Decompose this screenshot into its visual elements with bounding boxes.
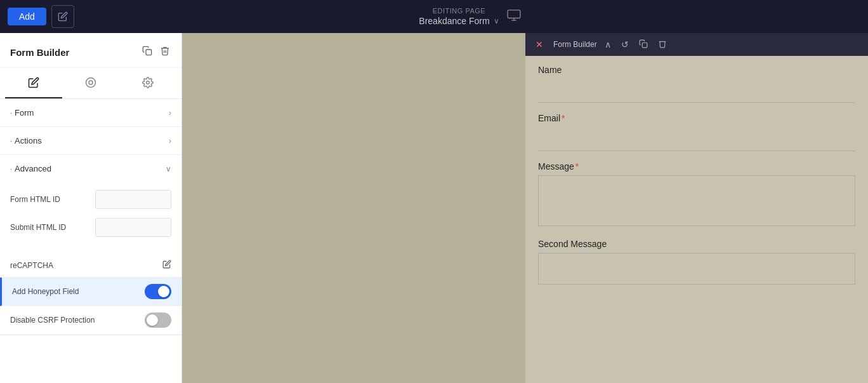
form-preview-panel: ✕ Form Builder ∧ ↺ Name: [525, 33, 868, 383]
svg-point-6: [147, 81, 150, 84]
desktop-icon[interactable]: [507, 10, 521, 24]
fb-copy-button[interactable]: [636, 38, 650, 51]
fb-refresh-button[interactable]: ↺: [619, 38, 631, 51]
svg-rect-3: [146, 50, 152, 55]
section-actions-chevron: ›: [169, 137, 171, 145]
field-email-input[interactable]: [538, 127, 855, 151]
page-dropdown-chevron[interactable]: ∨: [494, 17, 499, 25]
submit-html-id-label: Submit HTML ID: [10, 223, 66, 232]
tab-settings[interactable]: [119, 68, 176, 98]
fb-close-button[interactable]: ✕: [533, 38, 546, 51]
toolbar-center: EDITING PAGE Breakdance Form ∨: [79, 7, 860, 26]
csrf-toggle[interactable]: [145, 312, 171, 328]
sidebar-title: Form Builder: [10, 47, 69, 58]
edit-icon-btn[interactable]: [51, 5, 74, 28]
field-email: Email*: [538, 113, 855, 151]
section-form: ·Form ›: [0, 99, 181, 127]
svg-rect-7: [642, 43, 647, 48]
section-form-label: Form: [15, 108, 34, 118]
form-html-id-input[interactable]: [95, 190, 171, 209]
section-form-header[interactable]: ·Form ›: [0, 99, 181, 126]
honeypot-label: Add Honeypot Field: [12, 287, 79, 296]
tab-style[interactable]: [62, 68, 119, 98]
section-advanced-label: Advanced: [15, 164, 51, 173]
section-actions-label: Actions: [15, 136, 42, 145]
recaptcha-edit-icon[interactable]: [162, 260, 171, 271]
section-actions: ·Actions ›: [0, 127, 181, 155]
sidebar-header-actions: [141, 44, 171, 60]
submit-html-id-input[interactable]: [95, 218, 171, 237]
field-email-label: Email*: [538, 113, 855, 123]
sidebar-tabs: [0, 68, 181, 99]
honeypot-toggle[interactable]: [145, 284, 171, 299]
field-second-message-label: Second Message: [538, 239, 855, 249]
field-second-message-textarea[interactable]: [538, 253, 855, 285]
section-advanced-chevron: ∨: [166, 165, 171, 173]
svg-point-5: [89, 81, 93, 84]
section-actions-header[interactable]: ·Actions ›: [0, 127, 181, 154]
recaptcha-row: reCAPTCHA: [0, 253, 181, 278]
section-advanced-header[interactable]: ·Advanced ∨: [0, 155, 181, 182]
delete-widget-button[interactable]: [159, 44, 171, 60]
left-sidebar: Form Builder: [0, 33, 182, 383]
form-builder-toolbar: ✕ Form Builder ∧ ↺: [525, 33, 868, 56]
form-html-id-label: Form HTML ID: [10, 195, 60, 204]
recaptcha-label: reCAPTCHA: [10, 261, 53, 270]
submit-html-id-row: Submit HTML ID: [10, 218, 171, 237]
section-form-chevron: ›: [169, 109, 171, 118]
advanced-content: Form HTML ID Submit HTML ID: [0, 182, 181, 253]
svg-point-4: [86, 78, 96, 88]
tab-edit[interactable]: [5, 68, 62, 98]
top-toolbar: Add EDITING PAGE Breakdance Form ∨: [0, 0, 868, 33]
form-content: Name Email* Message* Second Message: [525, 33, 868, 310]
field-message-label: Message*: [538, 161, 855, 171]
honeypot-row: Add Honeypot Field: [0, 278, 181, 306]
field-message-textarea[interactable]: [538, 175, 855, 226]
csrf-row: Disable CSRF Protection: [0, 306, 181, 335]
main-layout: Form Builder: [0, 33, 868, 383]
svg-rect-0: [508, 10, 520, 18]
field-second-message: Second Message: [538, 239, 855, 287]
form-html-id-row: Form HTML ID: [10, 190, 171, 209]
copy-widget-button[interactable]: [141, 44, 154, 60]
field-name-input[interactable]: [538, 79, 855, 103]
fb-toolbar-label: Form Builder: [553, 40, 597, 49]
field-name-label: Name: [538, 65, 855, 75]
fb-collapse-button[interactable]: ∧: [602, 38, 614, 51]
section-advanced: ·Advanced ∨ Form HTML ID Submit HTML ID …: [0, 155, 181, 335]
field-name: Name: [538, 65, 855, 103]
field-message: Message*: [538, 161, 855, 229]
sidebar-header: Form Builder: [0, 33, 181, 68]
editing-page-label: EDITING PAGE: [433, 7, 485, 15]
add-button[interactable]: Add: [8, 8, 46, 25]
fb-delete-button[interactable]: [655, 38, 669, 51]
canvas-area: [182, 33, 525, 383]
csrf-label: Disable CSRF Protection: [10, 316, 95, 325]
editing-page-title: Breakdance Form: [419, 16, 489, 26]
